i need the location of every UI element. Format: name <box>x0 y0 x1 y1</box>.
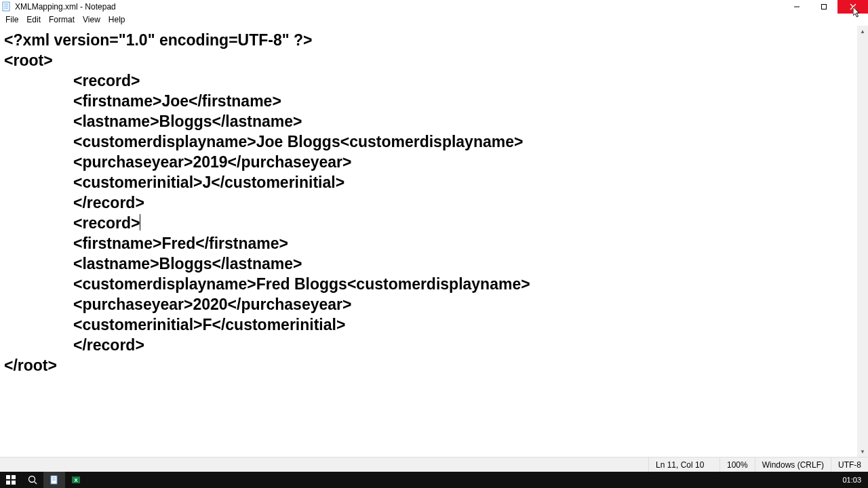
vertical-scrollbar[interactable]: ▲ ▼ <box>857 26 868 457</box>
editor-line: <customerinitial>J</customerinitial> <box>73 174 344 191</box>
svg-point-12 <box>29 476 35 483</box>
menu-help[interactable]: Help <box>104 14 130 26</box>
status-position: Ln 11, Col 10 <box>648 458 719 472</box>
statusbar: Ln 11, Col 10 100% Windows (CRLF) UTF-8 <box>0 457 868 472</box>
menu-format[interactable]: Format <box>45 14 79 26</box>
menubar: File Edit Format View Help <box>0 14 868 26</box>
start-button[interactable] <box>0 472 22 488</box>
maximize-button[interactable] <box>810 0 837 14</box>
window-title: XMLMapping.xml - Notepad <box>15 2 116 12</box>
editor-line: <customerdisplayname>Joe Bloggs<customer… <box>73 133 523 150</box>
editor-line: <purchaseyear>2019</purchaseyear> <box>73 153 351 171</box>
svg-text:X: X <box>74 477 78 483</box>
editor-line: <record> <box>73 214 140 232</box>
close-button[interactable] <box>837 0 868 14</box>
editor-line: <customerinitial>F</customerinitial> <box>73 316 345 333</box>
editor-line: <customerdisplayname>Fred Bloggs<custome… <box>73 275 530 293</box>
editor-line: <firstname>Fred</firstname> <box>73 235 288 252</box>
editor-line: <lastname>Bloggs</lastname> <box>73 255 302 272</box>
svg-rect-10 <box>6 481 10 485</box>
taskbar-app-excel[interactable]: X <box>65 472 87 488</box>
editor-line: </record> <box>73 336 144 354</box>
taskbar-app-notepad[interactable] <box>43 472 65 488</box>
editor-line: <?xml version="1.0" encoding=UTF-8" ?> <box>4 30 854 50</box>
svg-rect-9 <box>12 475 16 479</box>
scroll-track[interactable] <box>857 37 868 446</box>
editor-line: <record> <box>73 72 140 89</box>
search-button[interactable] <box>22 472 43 488</box>
editor-line: </root> <box>4 355 854 375</box>
titlebar[interactable]: XMLMapping.xml - Notepad <box>0 0 868 14</box>
editor-wrap: <?xml version="1.0" encoding=UTF-8" ?><r… <box>0 26 868 457</box>
taskbar-clock[interactable]: 01:03 <box>835 476 868 484</box>
scroll-up-icon[interactable]: ▲ <box>857 26 868 37</box>
taskbar[interactable]: X 01:03 <box>0 472 868 488</box>
text-editor[interactable]: <?xml version="1.0" encoding=UTF-8" ?><r… <box>0 26 857 457</box>
editor-line: <firstname>Joe</firstname> <box>73 92 281 110</box>
editor-line: <root> <box>4 50 854 70</box>
status-zoom: 100% <box>719 458 755 472</box>
status-encoding: UTF-8 <box>831 458 868 472</box>
editor-line: </record> <box>73 194 144 211</box>
svg-rect-8 <box>6 475 10 479</box>
menu-edit[interactable]: Edit <box>22 14 45 26</box>
svg-rect-11 <box>12 481 16 485</box>
notepad-icon <box>1 1 12 12</box>
minimize-button[interactable] <box>783 0 810 14</box>
editor-line: <purchaseyear>2020</purchaseyear> <box>73 296 351 313</box>
menu-file[interactable]: File <box>1 14 22 26</box>
status-eol: Windows (CRLF) <box>755 458 831 472</box>
svg-line-13 <box>35 482 37 485</box>
text-caret <box>140 214 140 230</box>
menu-view[interactable]: View <box>79 14 104 26</box>
scroll-down-icon[interactable]: ▼ <box>857 446 868 457</box>
editor-line: <lastname>Bloggs</lastname> <box>73 113 302 130</box>
notepad-window: XMLMapping.xml - Notepad File Edit Forma… <box>0 0 868 472</box>
svg-rect-5 <box>822 5 827 9</box>
